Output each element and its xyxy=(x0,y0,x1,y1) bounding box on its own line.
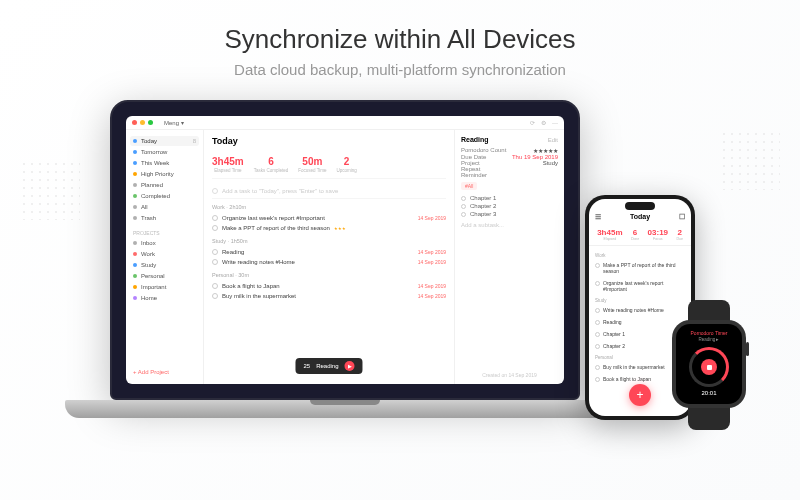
add-project-button[interactable]: + Add Project xyxy=(130,366,199,378)
sidebar-item-label: Important xyxy=(141,284,166,290)
phone-task-row[interactable]: Make a PPT of report of the third season xyxy=(595,259,685,277)
add-task-fab[interactable]: + xyxy=(629,384,651,406)
sidebar-item-important[interactable]: Important xyxy=(130,282,199,292)
add-task-placeholder: Add a task to "Today", press "Enter" to … xyxy=(222,188,338,194)
phone-stats: 3h45mElapsed6Done03:19Focus2Due xyxy=(589,224,691,246)
add-subtask-input[interactable]: Add a subtask... xyxy=(461,222,558,228)
checkbox-icon[interactable] xyxy=(595,332,600,337)
more-icon[interactable]: ⋯ xyxy=(552,119,558,126)
checkbox-icon[interactable] xyxy=(212,225,218,231)
detail-key: Pomodoro Count xyxy=(461,147,506,154)
sidebar-item-label: Home xyxy=(141,295,157,301)
project-color-icon xyxy=(133,263,137,267)
menu-icon[interactable]: ☰ xyxy=(595,213,601,221)
stat-number: 2 xyxy=(336,156,356,167)
checkbox-icon[interactable] xyxy=(212,249,218,255)
phone-title: Today xyxy=(630,213,650,220)
sidebar: Today8TomorrowThis WeekHigh PriorityPlan… xyxy=(126,130,204,384)
checkbox-icon[interactable] xyxy=(595,263,600,268)
task-title: Organize last week's report #Important xyxy=(222,215,325,221)
hero: Synchronize within All Devices Data clou… xyxy=(0,0,800,78)
detail-row[interactable]: Pomodoro Count★★★★★ xyxy=(461,147,558,154)
edit-button[interactable]: Edit xyxy=(548,137,558,143)
stat-number: 03:19 xyxy=(648,228,668,237)
phone-stat: 2Due xyxy=(676,228,682,241)
minimize-icon[interactable] xyxy=(140,120,145,125)
checkbox-icon[interactable] xyxy=(595,308,600,313)
subtask-title: Chapter 1 xyxy=(470,195,496,201)
floating-timer[interactable]: 25 Reading ▶ xyxy=(295,358,362,374)
checkbox-icon[interactable] xyxy=(461,204,466,209)
sidebar-item-count: 8 xyxy=(193,138,196,144)
settings-icon[interactable]: ⚙ xyxy=(541,119,546,126)
add-task-input[interactable]: Add a task to "Today", press "Enter" to … xyxy=(212,184,446,199)
task-title: Book a flight to Japan xyxy=(222,283,280,289)
projects-group-label: PROJECTS xyxy=(133,230,196,236)
checkbox-icon[interactable] xyxy=(461,196,466,201)
checkbox-icon[interactable] xyxy=(212,293,218,299)
task-title: Write reading notes #Home xyxy=(222,259,295,265)
sidebar-item-study[interactable]: Study xyxy=(130,260,199,270)
task-date: 14 Sep 2019 xyxy=(418,293,446,299)
hero-subtitle: Data cloud backup, multi-platform synchr… xyxy=(0,61,800,78)
sidebar-item-today[interactable]: Today8 xyxy=(130,136,199,146)
detail-key: Reminder xyxy=(461,172,487,178)
list-icon xyxy=(133,139,137,143)
task-title: Buy milk in the supermarket xyxy=(222,293,296,299)
laptop-mockup: Meng ▾ ⟳ ⚙ ⋯ Today8TomorrowThis WeekHigh… xyxy=(110,100,590,430)
sidebar-item-personal[interactable]: Personal xyxy=(130,271,199,281)
subtask-row[interactable]: Chapter 1 xyxy=(461,194,558,202)
sidebar-item-all[interactable]: All xyxy=(130,202,199,212)
sidebar-item-home[interactable]: Home xyxy=(130,293,199,303)
detail-footer: Created on 14 Sep 2019 xyxy=(461,372,558,378)
stat-number: 2 xyxy=(676,228,682,237)
task-row[interactable]: Buy milk in the supermarket14 Sep 2019 xyxy=(212,291,446,301)
list-icon xyxy=(133,161,137,165)
detail-row[interactable]: Reminder xyxy=(461,172,558,178)
tag-chip[interactable]: #All xyxy=(461,182,477,190)
sync-icon[interactable]: ⟳ xyxy=(530,119,535,126)
task-date: 14 Sep 2019 xyxy=(418,249,446,255)
sidebar-item-inbox[interactable]: Inbox xyxy=(130,238,199,248)
task-date: 14 Sep 2019 xyxy=(418,259,446,265)
sidebar-item-high-priority[interactable]: High Priority xyxy=(130,169,199,179)
checkbox-icon[interactable] xyxy=(212,215,218,221)
phone-task-row[interactable]: Organize last week's report #Important xyxy=(595,277,685,295)
sidebar-item-planned[interactable]: Planned xyxy=(130,180,199,190)
checkbox-icon[interactable] xyxy=(595,377,600,382)
task-row[interactable]: Reading14 Sep 2019 xyxy=(212,247,446,257)
checkbox-icon[interactable] xyxy=(212,259,218,265)
task-row[interactable]: Organize last week's report #Important14… xyxy=(212,213,446,223)
checkbox-icon[interactable] xyxy=(595,320,600,325)
checkbox-icon[interactable] xyxy=(461,212,466,217)
close-icon[interactable] xyxy=(132,120,137,125)
stat-label: Elapsed Time xyxy=(212,168,244,173)
maximize-icon[interactable] xyxy=(148,120,153,125)
sidebar-item-label: All xyxy=(141,204,148,210)
sidebar-item-trash[interactable]: Trash xyxy=(130,213,199,223)
user-menu[interactable]: Meng ▾ xyxy=(164,119,184,126)
play-icon[interactable]: ▶ xyxy=(345,361,355,371)
sidebar-item-label: Personal xyxy=(141,273,165,279)
stat-label: Focus xyxy=(648,237,668,241)
task-row[interactable]: Make a PPT of report of the third season… xyxy=(212,223,446,233)
subtask-row[interactable]: Chapter 3 xyxy=(461,210,558,218)
sidebar-item-completed[interactable]: Completed xyxy=(130,191,199,201)
subtask-row[interactable]: Chapter 2 xyxy=(461,202,558,210)
task-row[interactable]: Write reading notes #Home14 Sep 2019 xyxy=(212,257,446,267)
stat-number: 50m xyxy=(298,156,326,167)
checkbox-icon[interactable] xyxy=(212,283,218,289)
watch-title: Pomodoro Timer xyxy=(691,330,728,336)
sidebar-item-tomorrow[interactable]: Tomorrow xyxy=(130,147,199,157)
checkbox-icon[interactable] xyxy=(595,344,600,349)
task-row[interactable]: Book a flight to Japan14 Sep 2019 xyxy=(212,281,446,291)
device-stage: Meng ▾ ⟳ ⚙ ⋯ Today8TomorrowThis WeekHigh… xyxy=(0,90,800,500)
checkbox-icon[interactable] xyxy=(595,365,600,370)
checkbox-icon[interactable] xyxy=(595,281,600,286)
stop-button[interactable] xyxy=(701,359,717,375)
calendar-icon[interactable]: ☐ xyxy=(679,213,685,221)
watch-time: 20:01 xyxy=(701,390,716,396)
list-icon xyxy=(133,216,137,220)
sidebar-item-work[interactable]: Work xyxy=(130,249,199,259)
sidebar-item-this-week[interactable]: This Week xyxy=(130,158,199,168)
